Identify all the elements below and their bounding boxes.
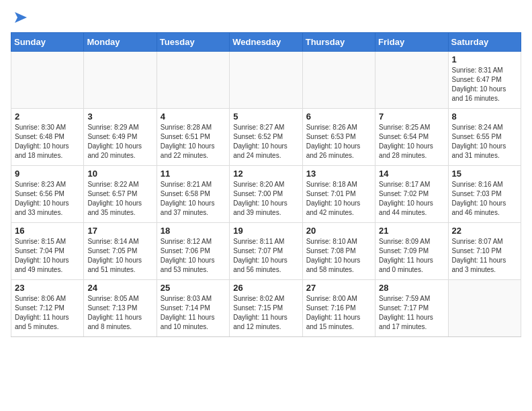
day-number: 15 [452,169,517,179]
day-number: 6 [306,111,371,122]
day-info: Sunrise: 8:00 AMSunset: 7:16 PMDaylight:… [306,294,371,332]
calendar-day: 19Sunrise: 8:11 AMSunset: 7:07 PMDayligh… [230,223,302,280]
calendar-day: 22Sunrise: 8:07 AMSunset: 7:10 PMDayligh… [448,223,521,280]
calendar-day [375,52,448,109]
day-info: Sunrise: 8:29 AMSunset: 6:49 PMDaylight:… [87,123,152,161]
day-number: 11 [161,169,226,179]
day-number: 16 [15,226,80,236]
calendar-week-4: 16Sunrise: 8:15 AMSunset: 7:04 PMDayligh… [11,223,521,280]
day-info: Sunrise: 8:15 AMSunset: 7:04 PMDaylight:… [15,237,80,275]
page-header [11,11,521,24]
calendar-day: 18Sunrise: 8:12 AMSunset: 7:06 PMDayligh… [157,223,229,280]
day-info: Sunrise: 7:59 AMSunset: 7:17 PMDaylight:… [379,294,444,332]
calendar-day [448,280,521,337]
calendar-day: 15Sunrise: 8:16 AMSunset: 7:03 PMDayligh… [448,166,521,223]
day-number: 22 [452,226,517,236]
weekday-header-thursday: Thursday [302,33,375,52]
day-info: Sunrise: 8:31 AMSunset: 6:47 PMDaylight:… [452,66,517,103]
calendar-day: 23Sunrise: 8:06 AMSunset: 7:12 PMDayligh… [11,280,84,337]
calendar-day [11,52,84,109]
weekday-header-friday: Friday [375,33,448,52]
calendar-day: 14Sunrise: 8:17 AMSunset: 7:02 PMDayligh… [375,166,448,223]
weekday-header-saturday: Saturday [448,33,521,52]
day-number: 26 [233,283,298,293]
calendar-day: 11Sunrise: 8:21 AMSunset: 6:58 PMDayligh… [157,166,229,223]
calendar-day: 27Sunrise: 8:00 AMSunset: 7:16 PMDayligh… [302,280,375,337]
day-number: 10 [87,169,152,179]
day-info: Sunrise: 8:06 AMSunset: 7:12 PMDaylight:… [15,294,80,332]
day-info: Sunrise: 8:11 AMSunset: 7:07 PMDaylight:… [233,237,298,275]
day-number: 12 [233,169,298,179]
logo-arrow-icon [12,11,27,24]
calendar-day [302,52,375,109]
day-info: Sunrise: 8:24 AMSunset: 6:55 PMDaylight:… [452,123,517,161]
calendar-day: 12Sunrise: 8:20 AMSunset: 7:00 PMDayligh… [230,166,302,223]
calendar-day: 9Sunrise: 8:23 AMSunset: 6:56 PMDaylight… [11,166,84,223]
day-number: 17 [87,226,152,236]
day-info: Sunrise: 8:16 AMSunset: 7:03 PMDaylight:… [452,180,517,218]
calendar-day: 17Sunrise: 8:14 AMSunset: 7:05 PMDayligh… [84,223,157,280]
calendar-day: 6Sunrise: 8:26 AMSunset: 6:53 PMDaylight… [302,109,375,166]
calendar-table: SundayMondayTuesdayWednesdayThursdayFrid… [11,32,521,337]
day-info: Sunrise: 8:18 AMSunset: 7:01 PMDaylight:… [306,180,371,218]
day-number: 8 [452,111,517,122]
day-info: Sunrise: 8:03 AMSunset: 7:14 PMDaylight:… [161,294,226,332]
day-number: 21 [379,226,444,236]
day-number: 27 [306,283,371,293]
day-number: 25 [161,283,226,293]
calendar-day: 3Sunrise: 8:29 AMSunset: 6:49 PMDaylight… [84,109,157,166]
svg-marker-0 [15,12,27,23]
calendar-day [157,52,229,109]
day-number: 18 [161,226,226,236]
day-number: 24 [87,283,152,293]
day-info: Sunrise: 8:12 AMSunset: 7:06 PMDaylight:… [161,237,226,275]
day-info: Sunrise: 8:26 AMSunset: 6:53 PMDaylight:… [306,123,371,161]
calendar-day: 5Sunrise: 8:27 AMSunset: 6:52 PMDaylight… [230,109,302,166]
weekday-header-wednesday: Wednesday [230,33,302,52]
day-info: Sunrise: 8:27 AMSunset: 6:52 PMDaylight:… [233,123,298,161]
weekday-header-monday: Monday [84,33,157,52]
day-number: 3 [87,111,152,122]
calendar-week-3: 9Sunrise: 8:23 AMSunset: 6:56 PMDaylight… [11,166,521,223]
calendar-day [84,52,157,109]
day-info: Sunrise: 8:25 AMSunset: 6:54 PMDaylight:… [379,123,444,161]
day-number: 14 [379,169,444,179]
calendar-day: 1Sunrise: 8:31 AMSunset: 6:47 PMDaylight… [448,52,521,109]
day-number: 9 [15,169,80,179]
day-number: 5 [233,111,298,122]
calendar-day: 8Sunrise: 8:24 AMSunset: 6:55 PMDaylight… [448,109,521,166]
day-info: Sunrise: 8:28 AMSunset: 6:51 PMDaylight:… [161,123,226,161]
day-number: 19 [233,226,298,236]
day-number: 4 [161,111,226,122]
calendar-day: 4Sunrise: 8:28 AMSunset: 6:51 PMDaylight… [157,109,229,166]
calendar-week-1: 1Sunrise: 8:31 AMSunset: 6:47 PMDaylight… [11,52,521,109]
day-info: Sunrise: 8:20 AMSunset: 7:00 PMDaylight:… [233,180,298,218]
calendar-week-2: 2Sunrise: 8:30 AMSunset: 6:48 PMDaylight… [11,109,521,166]
day-info: Sunrise: 8:23 AMSunset: 6:56 PMDaylight:… [15,180,80,218]
day-info: Sunrise: 8:21 AMSunset: 6:58 PMDaylight:… [161,180,226,218]
calendar-day: 20Sunrise: 8:10 AMSunset: 7:08 PMDayligh… [302,223,375,280]
day-number: 2 [15,111,80,122]
day-info: Sunrise: 8:14 AMSunset: 7:05 PMDaylight:… [87,237,152,275]
day-info: Sunrise: 8:30 AMSunset: 6:48 PMDaylight:… [15,123,80,161]
calendar-day: 16Sunrise: 8:15 AMSunset: 7:04 PMDayligh… [11,223,84,280]
day-number: 1 [452,54,517,64]
calendar-day: 24Sunrise: 8:05 AMSunset: 7:13 PMDayligh… [84,280,157,337]
calendar-day: 25Sunrise: 8:03 AMSunset: 7:14 PMDayligh… [157,280,229,337]
day-number: 13 [306,169,371,179]
day-info: Sunrise: 8:09 AMSunset: 7:09 PMDaylight:… [379,237,444,275]
calendar-day: 2Sunrise: 8:30 AMSunset: 6:48 PMDaylight… [11,109,84,166]
calendar-day: 13Sunrise: 8:18 AMSunset: 7:01 PMDayligh… [302,166,375,223]
calendar-header-row: SundayMondayTuesdayWednesdayThursdayFrid… [11,33,521,52]
calendar-day: 26Sunrise: 8:02 AMSunset: 7:15 PMDayligh… [230,280,302,337]
calendar-day [230,52,302,109]
calendar-day: 7Sunrise: 8:25 AMSunset: 6:54 PMDaylight… [375,109,448,166]
calendar-week-5: 23Sunrise: 8:06 AMSunset: 7:12 PMDayligh… [11,280,521,337]
day-number: 28 [379,283,444,293]
day-info: Sunrise: 8:17 AMSunset: 7:02 PMDaylight:… [379,180,444,218]
day-number: 7 [379,111,444,122]
logo [11,11,27,24]
calendar-day: 21Sunrise: 8:09 AMSunset: 7:09 PMDayligh… [375,223,448,280]
day-info: Sunrise: 8:07 AMSunset: 7:10 PMDaylight:… [452,237,517,275]
calendar-day: 28Sunrise: 7:59 AMSunset: 7:17 PMDayligh… [375,280,448,337]
